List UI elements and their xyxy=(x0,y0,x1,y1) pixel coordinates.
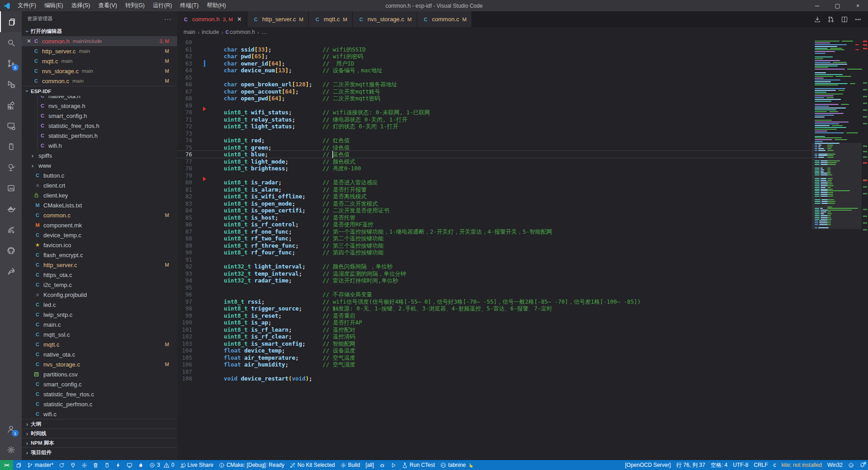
tree-item-client.crt[interactable]: ≡client.crt xyxy=(22,180,177,190)
minimize-icon[interactable]: ─ xyxy=(807,0,827,11)
status-serial-port[interactable] xyxy=(67,460,79,470)
breadcrumb-item-main[interactable]: main xyxy=(184,29,195,35)
menu-4[interactable]: 转到(G) xyxy=(121,2,149,9)
activity-item-test-explorer[interactable] xyxy=(0,157,22,178)
open-editor-common.h[interactable]: ✕Ccommon.hmain\include3, M xyxy=(22,36,177,46)
code-line-81[interactable]: 81 uint8_t is_alarm; // 是否打开报警 xyxy=(177,186,812,193)
tab-common.h[interactable]: Ccommon.h3, M✕ xyxy=(177,11,247,27)
tree-header-esp-idf[interactable]: › ESP-IDF xyxy=(22,86,177,96)
code-line-99[interactable]: 99 uint8_t is_reset; // 是否重启 xyxy=(177,312,812,320)
code-line-64[interactable]: 64 char device_num[13]; // 设备编号，mac地址 xyxy=(177,67,812,74)
tab-http_server.c[interactable]: Chttp_server.cM xyxy=(247,11,309,27)
code-line-93[interactable]: 93 uint32_t temp_interval; // 温湿度监测的间隔，单… xyxy=(177,270,812,277)
status-idf-monitor[interactable] xyxy=(124,460,135,470)
code-line-86[interactable]: 86 uint8_t is_rf_control; // 是否使用RF遥控 xyxy=(177,221,812,228)
tree-item-native_ota.c[interactable]: Cnative_ota.c xyxy=(22,349,177,359)
section-项目组件[interactable]: ›项目组件 xyxy=(22,447,177,457)
status-cmake-build[interactable]: Build xyxy=(338,460,363,470)
status-idf-flash[interactable] xyxy=(113,460,124,470)
activity-item-docker[interactable] xyxy=(0,198,22,219)
code-line-103[interactable]: 103 uint8_t is_smart_config; // 智能配网 xyxy=(177,340,812,348)
activity-item-espressif[interactable] xyxy=(0,219,22,240)
status-language-mode[interactable]: c xyxy=(771,460,779,470)
tree-item-https_ota.c[interactable]: Chttps_ota.c xyxy=(22,270,177,280)
status-tabnine[interactable]: tabnine xyxy=(438,460,476,470)
status-eol[interactable]: CRLF xyxy=(751,460,770,470)
code-line-61[interactable]: 61 char ssid[33]; // wifi的SSID xyxy=(177,46,812,53)
activity-item-search[interactable] xyxy=(0,32,22,53)
tab-mqtt.c[interactable]: Cmqtt.cM xyxy=(309,11,353,27)
sidebar-more-icon[interactable]: ··· xyxy=(164,15,172,23)
tab-close-icon[interactable]: ✕ xyxy=(237,16,242,23)
code-line-70[interactable]: 70 uint8_t wifi_status; // wifi连接状态: 0-未… xyxy=(177,109,812,116)
status-notifications[interactable] xyxy=(857,460,868,470)
code-line-94[interactable]: 94 uint32_t radar_time; // 雷达开灯持续时间,单位秒 xyxy=(177,277,812,284)
activity-item-live-share[interactable] xyxy=(0,261,22,282)
tree-item-smart_config.h[interactable]: Csmart_config.h xyxy=(22,111,177,121)
code-line-73[interactable]: 73 xyxy=(177,130,812,137)
tree-item-statistic_free_rtos.c[interactable]: Cstatistic_free_rtos.c xyxy=(22,389,177,399)
menu-7[interactable]: 帮助(H) xyxy=(203,2,230,9)
code-line-72[interactable]: 72 uint8_t light_status; // 灯的状态 0-关闭 1-… xyxy=(177,123,812,130)
split-editor-icon[interactable] xyxy=(841,16,848,23)
activity-item-settings[interactable] xyxy=(0,439,22,460)
minimap[interactable] xyxy=(812,37,862,460)
tree-item-partitions.csv[interactable]: partitions.csv xyxy=(22,369,177,379)
code-line-98[interactable]: 98 uint8_t trigger_source; // 触发源: 0-无、1… xyxy=(177,305,812,312)
section-大纲[interactable]: ›大纲 xyxy=(22,419,177,428)
status-ctest[interactable]: Run CTest xyxy=(399,460,438,470)
breadcrumb-item-common.h[interactable]: Ccommon.h xyxy=(226,29,255,35)
section-NPM 脚本[interactable]: ›NPM 脚本 xyxy=(22,438,177,447)
tree-item-smart_config.c[interactable]: Csmart_config.c xyxy=(22,379,177,389)
tree-item-nvs_storage.c[interactable]: Cnvs_storage.cM xyxy=(22,359,177,369)
code-line-95[interactable]: 95 xyxy=(177,284,812,291)
menu-5[interactable]: 运行(R) xyxy=(149,2,176,9)
code-line-101[interactable]: 101 uint8_t is_rf_learn; // 遥控配对 xyxy=(177,326,812,334)
status-cmake-debug[interactable] xyxy=(377,460,388,470)
code-line-92[interactable]: 92 uint32_t light_interval; // 颜色闪烁间隔 ，单… xyxy=(177,263,812,270)
code-line-88[interactable]: 88 uint8_t rf_two_func; // 第二个遥控按键功能 xyxy=(177,235,812,242)
code-line-60[interactable]: 60 xyxy=(177,39,812,46)
tree-item-statistic_free_rtos.h[interactable]: Cstatistic_free_rtos.h xyxy=(22,121,177,131)
activity-item-device[interactable] xyxy=(0,136,22,157)
status-openocd[interactable]: [OpenOCD Server] xyxy=(623,460,674,470)
tree-item-main.c[interactable]: Cmain.c xyxy=(22,320,177,329)
code-line-79[interactable]: 79 xyxy=(177,172,812,179)
tree-item-common.c[interactable]: Ccommon.cM xyxy=(22,210,177,220)
code-line-97[interactable]: 97 int8_t rssi; // wifi信号强度(信号极好4格[-55— … xyxy=(177,298,812,306)
code-line-96[interactable]: 96 // 不存储全局变量 xyxy=(177,291,812,298)
code-line-100[interactable]: 100 uint8_t is_ap; // 是否打开AP xyxy=(177,319,812,326)
tree-item-device_temp.c[interactable]: Cdevice_temp.c xyxy=(22,230,177,240)
code-line-62[interactable]: 62 char pwd[65]; // wifi的密码 xyxy=(177,53,812,60)
menu-3[interactable]: 查看(V) xyxy=(94,2,121,9)
status-cmake-launch[interactable] xyxy=(388,460,399,470)
code-line-89[interactable]: 89 uint8_t rf_three_func; // 第三个遥控按键功能 xyxy=(177,242,812,249)
status-encoding[interactable]: UTF-8 xyxy=(730,460,751,470)
open-editors-header[interactable]: › 打开的编辑器 xyxy=(22,26,177,36)
remote-indicator[interactable]: >< xyxy=(0,460,13,470)
tree-item-lwip_sntp.c[interactable]: Clwip_sntp.c xyxy=(22,310,177,320)
tree-item-spiffs[interactable]: ›spiffs xyxy=(22,150,177,160)
breadcrumb-item-include[interactable]: include xyxy=(202,29,219,35)
status-platform[interactable]: Win32 xyxy=(825,460,845,470)
status-kite[interactable]: kite: not installed xyxy=(779,460,825,470)
tree-item-i2c_temp.c[interactable]: Ci2c_temp.c xyxy=(22,280,177,290)
tree-item-statistic_perfmon.c[interactable]: Cstatistic_perfmon.c xyxy=(22,399,177,409)
breadcrumb-item-…[interactable]: … xyxy=(261,29,267,35)
status-cmake-kit[interactable]: No Kit Selected xyxy=(287,460,338,470)
activity-item-remote-explorer[interactable] xyxy=(0,115,22,136)
menu-6[interactable]: 终端(T) xyxy=(176,2,203,9)
code-line-68[interactable]: 68 char open_pwd[64]; // 二次开发mqtt密码 xyxy=(177,95,812,102)
status-feedback[interactable] xyxy=(845,460,857,470)
open-editor-common.c[interactable]: Ccommon.cmainM xyxy=(22,76,177,86)
code-line-107[interactable]: 107 xyxy=(177,368,812,376)
tree-item-statistic_perfmon.h[interactable]: Cstatistic_perfmon.h xyxy=(22,131,177,141)
activity-item-extensions[interactable] xyxy=(0,94,22,115)
tree-item-wifi.h[interactable]: Cwifi.h xyxy=(22,141,177,150)
code-editor[interactable]: 6061 char ssid[33]; // wifi的SSID62 char … xyxy=(177,37,868,460)
status-cursor-position[interactable]: 行 76, 列 37 xyxy=(674,460,708,470)
code-line-77[interactable]: 77 uint8_t light_mode; // 颜色模式 xyxy=(177,158,812,165)
open-editor-nvs_storage.c[interactable]: Cnvs_storage.cmainM xyxy=(22,66,177,76)
code-line-105[interactable]: 105 float air_temperature; // 空气温度 xyxy=(177,354,812,362)
code-line-66[interactable]: 66 char open_broken_url[128]; // 二次开发mqt… xyxy=(177,81,812,88)
